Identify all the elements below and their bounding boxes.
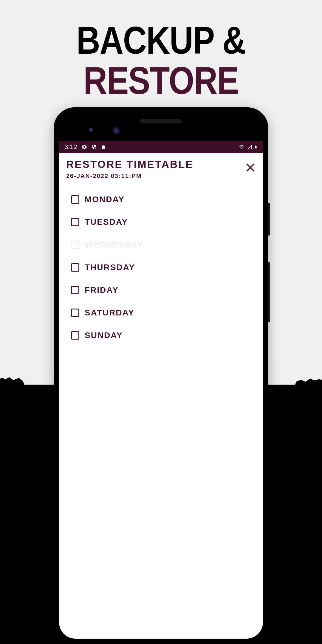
checkbox <box>71 241 79 249</box>
phone-speaker <box>140 119 182 123</box>
promo-line1: BACKUP & <box>24 21 298 60</box>
day-item-saturday[interactable]: SATURDAY <box>59 301 263 324</box>
checkbox[interactable] <box>71 195 79 204</box>
day-label: SATURDAY <box>85 308 134 318</box>
status-time: 3:12 <box>64 143 77 151</box>
status-bar: 3:12 <box>59 141 263 153</box>
phone-screen: 3:12 <box>59 141 263 639</box>
day-label: TUESDAY <box>85 217 128 227</box>
day-label: THURSDAY <box>85 263 135 272</box>
signal-icon <box>247 144 252 150</box>
gear-icon <box>81 144 87 150</box>
day-list: MONDAYTUESDAYWEDNESDAYTHURSDAYFRIDAYSATU… <box>59 184 263 351</box>
day-item-monday[interactable]: MONDAY <box>59 188 263 211</box>
day-item-friday[interactable]: FRIDAY <box>59 279 263 301</box>
checkbox[interactable] <box>71 331 79 340</box>
checkbox[interactable] <box>71 263 79 272</box>
wifi-icon <box>239 144 245 150</box>
shield-icon <box>92 144 97 150</box>
promo-line2: RESTORE <box>24 61 298 100</box>
day-label: WEDNESDAY <box>85 240 143 250</box>
checkbox[interactable] <box>71 286 79 294</box>
day-label: MONDAY <box>85 195 125 204</box>
battery-icon <box>254 144 258 150</box>
close-button[interactable] <box>245 158 256 178</box>
sd-card-icon <box>101 144 106 150</box>
day-label: SUNDAY <box>85 331 123 340</box>
phone-camera <box>89 128 93 132</box>
app-header: RESTORE TIMETABLE 26-JAN-2022 03:11:PM <box>59 153 263 184</box>
day-label: FRIDAY <box>85 285 119 295</box>
promo-title: BACKUP & RESTORE <box>0 0 322 100</box>
phone-camera <box>113 127 120 134</box>
phone-frame: 3:12 <box>54 107 268 644</box>
day-item-wednesday: WEDNESDAY <box>59 233 263 256</box>
page-subtitle: 26-JAN-2022 03:11:PM <box>66 173 245 179</box>
day-item-tuesday[interactable]: TUESDAY <box>59 211 263 233</box>
checkbox[interactable] <box>71 309 79 317</box>
page-title: RESTORE TIMETABLE <box>66 158 245 170</box>
day-item-sunday[interactable]: SUNDAY <box>59 324 263 347</box>
day-item-thursday[interactable]: THURSDAY <box>59 256 263 279</box>
phone-side-button <box>268 262 270 322</box>
phone-side-button <box>268 203 270 236</box>
checkbox[interactable] <box>71 218 79 226</box>
